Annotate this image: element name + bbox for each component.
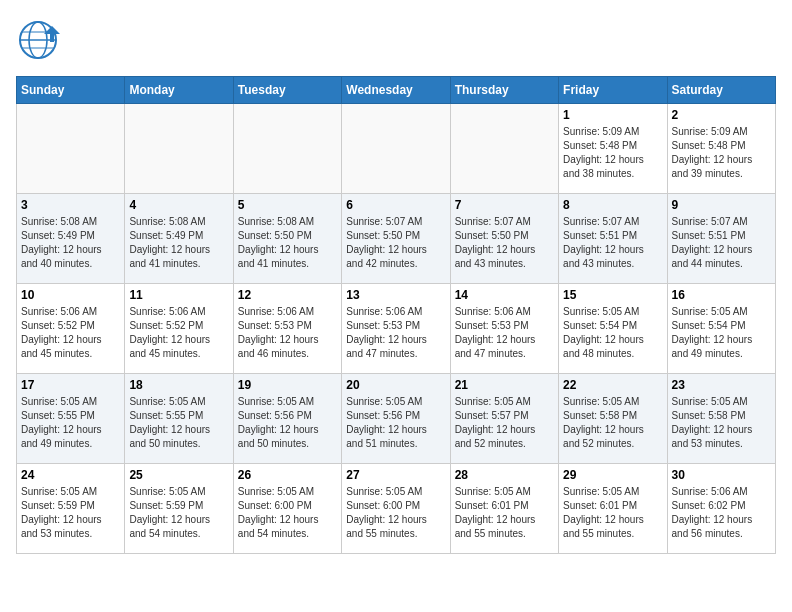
day-number: 14 (455, 288, 554, 302)
day-info: Sunrise: 5:06 AMSunset: 5:52 PMDaylight:… (21, 305, 120, 361)
calendar-cell: 23Sunrise: 5:05 AMSunset: 5:58 PMDayligh… (667, 374, 775, 464)
day-number: 23 (672, 378, 771, 392)
calendar-cell: 22Sunrise: 5:05 AMSunset: 5:58 PMDayligh… (559, 374, 667, 464)
calendar-cell: 25Sunrise: 5:05 AMSunset: 5:59 PMDayligh… (125, 464, 233, 554)
weekday-header-tuesday: Tuesday (233, 77, 341, 104)
day-number: 25 (129, 468, 228, 482)
calendar-week-4: 17Sunrise: 5:05 AMSunset: 5:55 PMDayligh… (17, 374, 776, 464)
calendar-cell: 10Sunrise: 5:06 AMSunset: 5:52 PMDayligh… (17, 284, 125, 374)
day-info: Sunrise: 5:05 AMSunset: 6:00 PMDaylight:… (346, 485, 445, 541)
calendar-cell: 20Sunrise: 5:05 AMSunset: 5:56 PMDayligh… (342, 374, 450, 464)
calendar-cell: 2Sunrise: 5:09 AMSunset: 5:48 PMDaylight… (667, 104, 775, 194)
day-info: Sunrise: 5:05 AMSunset: 5:58 PMDaylight:… (563, 395, 662, 451)
weekday-header-thursday: Thursday (450, 77, 558, 104)
calendar-cell: 8Sunrise: 5:07 AMSunset: 5:51 PMDaylight… (559, 194, 667, 284)
day-number: 12 (238, 288, 337, 302)
day-info: Sunrise: 5:05 AMSunset: 6:00 PMDaylight:… (238, 485, 337, 541)
calendar-cell: 9Sunrise: 5:07 AMSunset: 5:51 PMDaylight… (667, 194, 775, 284)
calendar-cell: 3Sunrise: 5:08 AMSunset: 5:49 PMDaylight… (17, 194, 125, 284)
calendar-cell: 19Sunrise: 5:05 AMSunset: 5:56 PMDayligh… (233, 374, 341, 464)
calendar-cell: 1Sunrise: 5:09 AMSunset: 5:48 PMDaylight… (559, 104, 667, 194)
day-info: Sunrise: 5:08 AMSunset: 5:49 PMDaylight:… (129, 215, 228, 271)
calendar-cell: 18Sunrise: 5:05 AMSunset: 5:55 PMDayligh… (125, 374, 233, 464)
calendar-week-2: 3Sunrise: 5:08 AMSunset: 5:49 PMDaylight… (17, 194, 776, 284)
calendar-cell: 13Sunrise: 5:06 AMSunset: 5:53 PMDayligh… (342, 284, 450, 374)
calendar-week-1: 1Sunrise: 5:09 AMSunset: 5:48 PMDaylight… (17, 104, 776, 194)
calendar-cell (342, 104, 450, 194)
day-number: 8 (563, 198, 662, 212)
day-info: Sunrise: 5:05 AMSunset: 5:55 PMDaylight:… (21, 395, 120, 451)
day-number: 22 (563, 378, 662, 392)
calendar-week-5: 24Sunrise: 5:05 AMSunset: 5:59 PMDayligh… (17, 464, 776, 554)
day-info: Sunrise: 5:05 AMSunset: 5:56 PMDaylight:… (238, 395, 337, 451)
day-info: Sunrise: 5:05 AMSunset: 5:59 PMDaylight:… (21, 485, 120, 541)
calendar-cell: 29Sunrise: 5:05 AMSunset: 6:01 PMDayligh… (559, 464, 667, 554)
calendar-cell: 21Sunrise: 5:05 AMSunset: 5:57 PMDayligh… (450, 374, 558, 464)
day-info: Sunrise: 5:08 AMSunset: 5:50 PMDaylight:… (238, 215, 337, 271)
day-number: 18 (129, 378, 228, 392)
day-info: Sunrise: 5:07 AMSunset: 5:51 PMDaylight:… (563, 215, 662, 271)
day-number: 16 (672, 288, 771, 302)
page-header (16, 16, 776, 64)
day-number: 30 (672, 468, 771, 482)
calendar-cell (450, 104, 558, 194)
day-info: Sunrise: 5:09 AMSunset: 5:48 PMDaylight:… (563, 125, 662, 181)
calendar-header-row: SundayMondayTuesdayWednesdayThursdayFrid… (17, 77, 776, 104)
day-number: 9 (672, 198, 771, 212)
weekday-header-monday: Monday (125, 77, 233, 104)
day-info: Sunrise: 5:05 AMSunset: 5:54 PMDaylight:… (672, 305, 771, 361)
day-number: 13 (346, 288, 445, 302)
day-info: Sunrise: 5:06 AMSunset: 5:53 PMDaylight:… (455, 305, 554, 361)
day-number: 21 (455, 378, 554, 392)
day-number: 26 (238, 468, 337, 482)
day-info: Sunrise: 5:06 AMSunset: 5:53 PMDaylight:… (346, 305, 445, 361)
calendar-week-3: 10Sunrise: 5:06 AMSunset: 5:52 PMDayligh… (17, 284, 776, 374)
day-number: 2 (672, 108, 771, 122)
day-info: Sunrise: 5:07 AMSunset: 5:50 PMDaylight:… (346, 215, 445, 271)
calendar-cell: 16Sunrise: 5:05 AMSunset: 5:54 PMDayligh… (667, 284, 775, 374)
day-info: Sunrise: 5:07 AMSunset: 5:51 PMDaylight:… (672, 215, 771, 271)
calendar-cell: 15Sunrise: 5:05 AMSunset: 5:54 PMDayligh… (559, 284, 667, 374)
day-info: Sunrise: 5:06 AMSunset: 5:53 PMDaylight:… (238, 305, 337, 361)
calendar-cell (17, 104, 125, 194)
weekday-header-saturday: Saturday (667, 77, 775, 104)
day-number: 24 (21, 468, 120, 482)
calendar-cell: 5Sunrise: 5:08 AMSunset: 5:50 PMDaylight… (233, 194, 341, 284)
day-info: Sunrise: 5:05 AMSunset: 5:55 PMDaylight:… (129, 395, 228, 451)
day-info: Sunrise: 5:06 AMSunset: 5:52 PMDaylight:… (129, 305, 228, 361)
day-info: Sunrise: 5:05 AMSunset: 5:59 PMDaylight:… (129, 485, 228, 541)
weekday-header-sunday: Sunday (17, 77, 125, 104)
calendar-cell: 24Sunrise: 5:05 AMSunset: 5:59 PMDayligh… (17, 464, 125, 554)
calendar-cell: 14Sunrise: 5:06 AMSunset: 5:53 PMDayligh… (450, 284, 558, 374)
day-info: Sunrise: 5:05 AMSunset: 5:56 PMDaylight:… (346, 395, 445, 451)
day-number: 20 (346, 378, 445, 392)
day-number: 15 (563, 288, 662, 302)
day-number: 5 (238, 198, 337, 212)
day-number: 11 (129, 288, 228, 302)
calendar-cell (233, 104, 341, 194)
day-info: Sunrise: 5:08 AMSunset: 5:49 PMDaylight:… (21, 215, 120, 271)
logo (16, 16, 64, 64)
day-number: 28 (455, 468, 554, 482)
day-number: 1 (563, 108, 662, 122)
calendar-cell: 6Sunrise: 5:07 AMSunset: 5:50 PMDaylight… (342, 194, 450, 284)
day-number: 17 (21, 378, 120, 392)
day-number: 4 (129, 198, 228, 212)
calendar-cell: 12Sunrise: 5:06 AMSunset: 5:53 PMDayligh… (233, 284, 341, 374)
calendar-cell: 4Sunrise: 5:08 AMSunset: 5:49 PMDaylight… (125, 194, 233, 284)
day-info: Sunrise: 5:05 AMSunset: 6:01 PMDaylight:… (455, 485, 554, 541)
day-number: 6 (346, 198, 445, 212)
day-info: Sunrise: 5:05 AMSunset: 5:57 PMDaylight:… (455, 395, 554, 451)
calendar-cell: 28Sunrise: 5:05 AMSunset: 6:01 PMDayligh… (450, 464, 558, 554)
day-number: 27 (346, 468, 445, 482)
calendar-cell (125, 104, 233, 194)
calendar-cell: 17Sunrise: 5:05 AMSunset: 5:55 PMDayligh… (17, 374, 125, 464)
logo-icon (16, 16, 64, 64)
calendar-cell: 7Sunrise: 5:07 AMSunset: 5:50 PMDaylight… (450, 194, 558, 284)
day-info: Sunrise: 5:05 AMSunset: 5:58 PMDaylight:… (672, 395, 771, 451)
day-number: 29 (563, 468, 662, 482)
day-info: Sunrise: 5:09 AMSunset: 5:48 PMDaylight:… (672, 125, 771, 181)
day-number: 7 (455, 198, 554, 212)
calendar-table: SundayMondayTuesdayWednesdayThursdayFrid… (16, 76, 776, 554)
day-number: 10 (21, 288, 120, 302)
